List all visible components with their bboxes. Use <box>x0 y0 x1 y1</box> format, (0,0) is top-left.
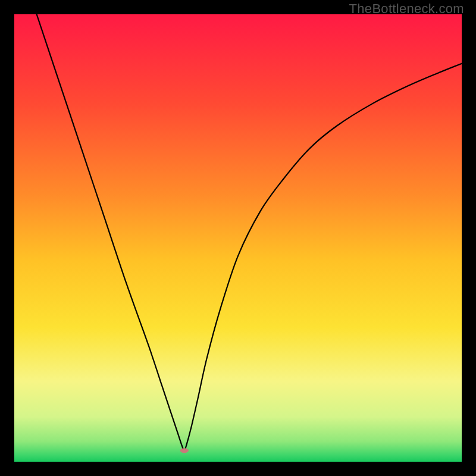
gradient-background <box>14 14 462 462</box>
bottleneck-chart <box>14 14 462 462</box>
optimum-marker <box>180 448 189 453</box>
chart-frame: TheBottleneck.com <box>0 0 476 476</box>
plot-area <box>14 14 462 462</box>
watermark-text: TheBottleneck.com <box>349 1 464 17</box>
